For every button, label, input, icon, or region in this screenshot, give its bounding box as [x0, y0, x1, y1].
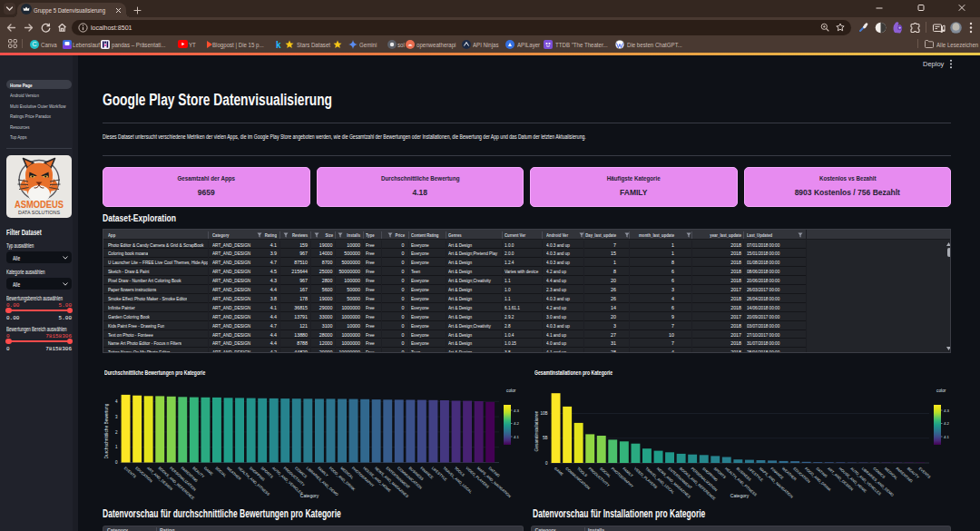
svg-text:4.3: 4.3 — [944, 408, 950, 413]
svg-text:2: 2 — [115, 430, 118, 435]
svg-text:color: color — [506, 388, 516, 393]
svg-text:DATA SOLUTIONS: DATA SOLUTIONS — [18, 211, 60, 215]
svg-text:10B: 10B — [540, 411, 547, 416]
svg-text:4.2: 4.2 — [514, 421, 520, 426]
svg-text:color: color — [936, 388, 946, 393]
svg-text:0: 0 — [115, 460, 118, 465]
svg-text:0: 0 — [545, 461, 548, 466]
svg-text:4.1: 4.1 — [514, 435, 520, 439]
svg-text:Gesamtinstallationen: Gesamtinstallationen — [534, 410, 539, 451]
svg-text:Durchschnittliche Bewertung: Durchschnittliche Bewertung — [104, 403, 109, 458]
svg-text:Category: Category — [300, 493, 319, 498]
svg-text:4.1: 4.1 — [944, 435, 950, 439]
svg-text:1: 1 — [115, 445, 118, 449]
svg-text:EVENTS: EVENTS — [918, 467, 932, 480]
svg-text:3: 3 — [115, 415, 118, 419]
svg-text:4: 4 — [115, 399, 118, 404]
svg-text:C: C — [32, 41, 36, 47]
svg-text:SOCIAL: SOCIAL — [214, 466, 228, 478]
svg-text:4.3: 4.3 — [514, 408, 520, 413]
svg-text:ASMODEUS: ASMODEUS — [15, 199, 64, 210]
svg-text:GAME: GAME — [554, 467, 564, 477]
svg-text:Category: Category — [730, 493, 750, 498]
svg-text:5B: 5B — [543, 436, 548, 440]
svg-text:k: k — [276, 40, 281, 49]
svg-text:4.2: 4.2 — [944, 421, 950, 426]
